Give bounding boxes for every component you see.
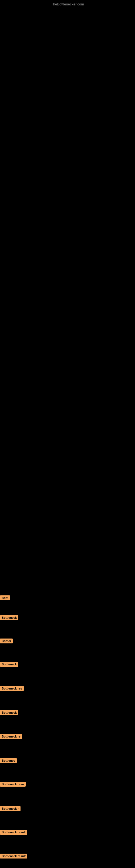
bottleneck-result-label: Bottleneck result [0, 854, 27, 859]
bottleneck-result-label: Bottler [0, 639, 13, 643]
bottleneck-result-label: Bottleneck [0, 662, 18, 667]
bottleneck-result-label: Bottleneck result [0, 830, 27, 835]
bottleneck-result-label: Bottleneck [0, 615, 18, 620]
bottleneck-result-label: Bottl [0, 595, 10, 600]
bottleneck-result-label: Bottleneck [0, 710, 18, 715]
site-title: TheBottlenecker.com [51, 2, 84, 6]
bottleneck-result-label: Bottleneck re [0, 734, 22, 739]
bottleneck-result-label: Bottleneck resu [0, 782, 26, 786]
bottleneck-result-label: Bottleneck r [0, 806, 20, 811]
bottleneck-result-label: Bottleneck res [0, 686, 24, 691]
bottleneck-result-label: Bottlenec [0, 758, 17, 763]
